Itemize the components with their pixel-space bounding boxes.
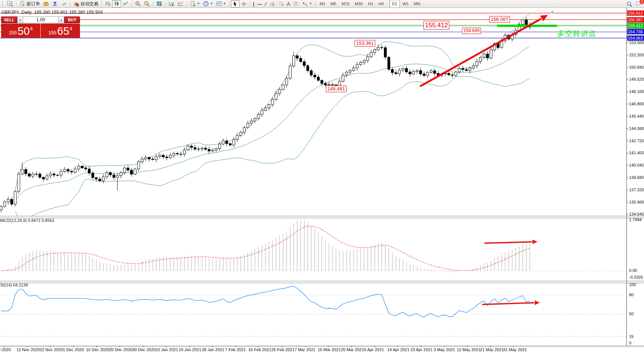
signals-button[interactable] (59, 0, 68, 7)
buy-button[interactable]: BUY (64, 16, 80, 23)
time-tick-label: 25 Feb 2021 (271, 347, 295, 352)
line-chart-button[interactable] (121, 0, 130, 7)
candle (53, 172, 55, 178)
chart-canvas[interactable] (0, 0, 644, 353)
timeframe-button-w1[interactable]: W1 (400, 0, 412, 8)
periods-dropdown[interactable]: ▼ (201, 0, 215, 7)
search-icon[interactable] (626, 1, 632, 7)
macd-axis-label: 1.7484 (629, 217, 644, 222)
time-tick-label: 28 Jan 2021 (202, 347, 225, 352)
candle (430, 69, 432, 74)
time-tick-label: 23 Apr 2021 (410, 347, 432, 352)
timeframe-button-m30[interactable]: M30 (352, 0, 365, 8)
candle (70, 170, 73, 175)
candles-layer (0, 17, 531, 212)
sell-price-display[interactable]: 155 50 4 (1, 24, 40, 38)
text-label-tool[interactable]: T (292, 0, 301, 7)
candle (56, 174, 59, 177)
autotrading-button[interactable]: 自动交易 (72, 0, 100, 7)
tile-windows-button[interactable] (155, 0, 164, 7)
candle (116, 173, 118, 191)
price-label-object[interactable]: 155.412 (423, 21, 449, 30)
time-tick-label: 12 May 2021 (457, 347, 481, 352)
candle (476, 59, 478, 68)
timeframe-button-h4[interactable]: H4 (376, 0, 386, 8)
crosshair-icon (241, 1, 247, 7)
candle (342, 72, 344, 83)
arrows-tool-dropdown[interactable]: ▼ (301, 0, 314, 7)
candle (391, 67, 394, 75)
macd-rsi-splitter[interactable] (0, 281, 644, 283)
trendline-icon: ∕ (265, 1, 266, 6)
candle (367, 54, 369, 63)
templates-dropdown[interactable]: ▼ (215, 0, 228, 7)
price-tick-mark (627, 214, 628, 214)
price-level-badge: 156.812 (627, 10, 644, 16)
rsi-momentum-arrow[interactable] (482, 300, 540, 305)
candle (28, 173, 30, 178)
new-chart-dropdown[interactable]: ▼ (188, 0, 201, 7)
sell-button[interactable]: SELL (1, 16, 17, 23)
auto-scroll-button[interactable] (167, 0, 176, 7)
volume-decrease-button[interactable]: ▼ (17, 16, 23, 23)
vertical-line-tool[interactable]: | (252, 0, 256, 7)
data-window-button[interactable] (6, 0, 15, 7)
cursor-tool-button[interactable] (231, 0, 240, 7)
candle (409, 69, 411, 77)
timeframe-button-m1[interactable]: M1 (317, 0, 328, 8)
candle (317, 75, 320, 81)
toolbar-grip[interactable] (2, 1, 4, 6)
timeframe-button-mn[interactable]: MN (411, 0, 423, 8)
time-tick-label: 5 Apr 2021 (364, 347, 384, 352)
macd-axis-label: 0.00 (629, 268, 644, 273)
horizontal-line-tool[interactable]: — (256, 0, 264, 7)
macd-momentum-arrow[interactable] (484, 239, 537, 244)
fibonacci-tool[interactable]: F (277, 0, 286, 7)
time-tick-label: 1 Dec 2020 (63, 347, 84, 352)
price-label-object[interactable]: 153.361 (355, 40, 375, 47)
candle (138, 160, 140, 171)
vertical-line-icon: | (253, 1, 255, 6)
volume-increase-button[interactable]: ▲ (58, 16, 64, 23)
notification-badge: 1 (640, 0, 644, 4)
timeframe-button-m15[interactable]: M15 (339, 0, 352, 8)
chart-shift-button[interactable] (176, 0, 185, 7)
main-macd-splitter[interactable] (0, 216, 644, 218)
price-label-object[interactable]: 154.845 (462, 28, 481, 34)
price-tick-label: 149.520 (629, 77, 644, 81)
price-label-object[interactable]: 156.087 (489, 16, 510, 23)
buy-price-display[interactable]: 155 65 4 (41, 24, 80, 38)
zoom-in-button[interactable] (133, 0, 142, 7)
candlestick-chart-button[interactable] (112, 0, 121, 7)
timeframe-button-d1[interactable]: D1 (389, 0, 400, 8)
volume-input[interactable]: 1.00 (23, 16, 58, 23)
mt4-terminal: { "toolbar": { "new_order_label": "新订单",… (0, 0, 644, 353)
timeframe-button-h1[interactable]: H1 (366, 0, 376, 8)
timeframe-button-m5[interactable]: M5 (328, 0, 339, 8)
toolbox-button[interactable] (41, 0, 50, 7)
rsi-indicator-label: RSI(14) 64.2139 (0, 283, 28, 287)
bull-bear-turning-point-note[interactable]: 多空转折点 (557, 29, 597, 38)
bar-chart-button[interactable] (103, 0, 112, 7)
sell-price-base: 155 (9, 30, 17, 35)
dropdown-caret-icon: ▼ (197, 2, 200, 5)
crosshair-tool-button[interactable] (240, 0, 248, 7)
price-label-object[interactable]: 148.481 (326, 86, 346, 92)
zoom-out-button[interactable] (142, 0, 151, 7)
bar-chart-icon (105, 1, 111, 7)
notifications-button[interactable]: 1 (635, 0, 642, 8)
chart-shift-marker-icon[interactable] (550, 10, 555, 13)
text-tool[interactable]: A (286, 0, 292, 7)
metaeditor-button[interactable] (50, 0, 59, 7)
new-order-button[interactable]: 新订单 (18, 0, 41, 7)
tile-windows-icon (156, 1, 162, 7)
rsi-axis-label: 0 (629, 341, 644, 345)
equidistant-channel-tool[interactable]: E (268, 0, 277, 7)
auto-scroll-icon (169, 1, 175, 7)
trendline-tool[interactable]: ∕ (264, 0, 267, 7)
candle (388, 56, 390, 71)
candle (166, 155, 168, 161)
fibonacci-icon: F (278, 1, 284, 7)
price-tick-mark (627, 153, 628, 153)
text-icon: A (287, 1, 290, 6)
